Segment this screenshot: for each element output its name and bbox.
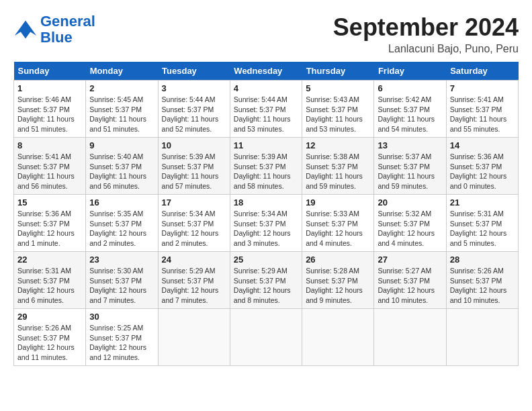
day-info: Sunrise: 5:43 AM Sunset: 5:37 PM Dayligh… (306, 95, 370, 134)
day-info: Sunrise: 5:37 AM Sunset: 5:37 PM Dayligh… (378, 152, 442, 191)
day-info: Sunrise: 5:28 AM Sunset: 5:37 PM Dayligh… (306, 266, 370, 306)
calendar-cell: 6 Sunrise: 5:42 AM Sunset: 5:37 PM Dayli… (374, 81, 446, 138)
calendar-cell (446, 309, 518, 366)
day-info: Sunrise: 5:40 AM Sunset: 5:37 PM Dayligh… (89, 152, 154, 191)
calendar-cell: 29 Sunrise: 5:26 AM Sunset: 5:37 PM Dayl… (14, 309, 86, 366)
day-number: 16 (89, 197, 154, 208)
calendar-cell: 19 Sunrise: 5:33 AM Sunset: 5:37 PM Dayl… (302, 195, 374, 252)
day-number: 29 (17, 312, 82, 322)
day-number: 17 (162, 197, 226, 208)
col-saturday: Saturday (446, 62, 518, 81)
day-info: Sunrise: 5:41 AM Sunset: 5:37 PM Dayligh… (17, 152, 82, 191)
col-monday: Monday (86, 62, 158, 81)
week-row-2: 8 Sunrise: 5:41 AM Sunset: 5:37 PM Dayli… (14, 138, 519, 195)
month-title: September 2024 (333, 13, 519, 42)
col-thursday: Thursday (302, 62, 374, 81)
day-info: Sunrise: 5:41 AM Sunset: 5:37 PM Dayligh… (450, 95, 515, 134)
logo: GeneralBlue (13, 13, 95, 46)
day-number: 8 (17, 140, 82, 150)
week-row-1: 1 Sunrise: 5:46 AM Sunset: 5:37 PM Dayli… (14, 81, 519, 138)
location: Lanlacuni Bajo, Puno, Peru (333, 43, 519, 55)
day-info: Sunrise: 5:27 AM Sunset: 5:37 PM Dayligh… (378, 266, 442, 306)
calendar-cell: 23 Sunrise: 5:30 AM Sunset: 5:37 PM Dayl… (86, 252, 158, 309)
day-number: 15 (17, 197, 82, 208)
logo-text: GeneralBlue (40, 13, 95, 46)
day-number: 5 (306, 83, 370, 93)
day-number: 27 (378, 255, 442, 265)
calendar-cell: 27 Sunrise: 5:27 AM Sunset: 5:37 PM Dayl… (374, 252, 446, 309)
day-info: Sunrise: 5:44 AM Sunset: 5:37 PM Dayligh… (162, 95, 226, 134)
calendar-cell: 10 Sunrise: 5:39 AM Sunset: 5:37 PM Dayl… (158, 138, 230, 195)
calendar-cell: 15 Sunrise: 5:36 AM Sunset: 5:37 PM Dayl… (14, 195, 86, 252)
day-info: Sunrise: 5:39 AM Sunset: 5:37 PM Dayligh… (234, 152, 298, 191)
calendar-table: Sunday Monday Tuesday Wednesday Thursday… (13, 62, 519, 366)
col-friday: Friday (374, 62, 446, 81)
day-number: 28 (450, 255, 515, 265)
day-info: Sunrise: 5:38 AM Sunset: 5:37 PM Dayligh… (306, 152, 370, 191)
week-row-3: 15 Sunrise: 5:36 AM Sunset: 5:37 PM Dayl… (14, 195, 519, 252)
day-info: Sunrise: 5:29 AM Sunset: 5:37 PM Dayligh… (162, 266, 226, 306)
calendar-cell: 2 Sunrise: 5:45 AM Sunset: 5:37 PM Dayli… (86, 81, 158, 138)
day-info: Sunrise: 5:35 AM Sunset: 5:37 PM Dayligh… (89, 209, 154, 248)
calendar-cell: 24 Sunrise: 5:29 AM Sunset: 5:37 PM Dayl… (158, 252, 230, 309)
week-row-5: 29 Sunrise: 5:26 AM Sunset: 5:37 PM Dayl… (14, 309, 519, 366)
day-number: 18 (234, 197, 298, 208)
calendar-cell (302, 309, 374, 366)
calendar-cell: 30 Sunrise: 5:25 AM Sunset: 5:37 PM Dayl… (86, 309, 158, 366)
day-number: 24 (162, 255, 226, 265)
day-info: Sunrise: 5:34 AM Sunset: 5:37 PM Dayligh… (234, 209, 298, 248)
day-number: 20 (378, 197, 442, 208)
day-info: Sunrise: 5:31 AM Sunset: 5:37 PM Dayligh… (17, 266, 82, 306)
day-info: Sunrise: 5:31 AM Sunset: 5:37 PM Dayligh… (450, 209, 515, 248)
week-row-4: 22 Sunrise: 5:31 AM Sunset: 5:37 PM Dayl… (14, 252, 519, 309)
day-number: 26 (306, 255, 370, 265)
day-number: 13 (378, 140, 442, 150)
calendar-cell: 20 Sunrise: 5:32 AM Sunset: 5:37 PM Dayl… (374, 195, 446, 252)
day-info: Sunrise: 5:44 AM Sunset: 5:37 PM Dayligh… (234, 95, 298, 134)
calendar-cell: 5 Sunrise: 5:43 AM Sunset: 5:37 PM Dayli… (302, 81, 374, 138)
calendar-cell: 21 Sunrise: 5:31 AM Sunset: 5:37 PM Dayl… (446, 195, 518, 252)
calendar-cell: 13 Sunrise: 5:37 AM Sunset: 5:37 PM Dayl… (374, 138, 446, 195)
day-info: Sunrise: 5:30 AM Sunset: 5:37 PM Dayligh… (89, 266, 154, 306)
day-info: Sunrise: 5:39 AM Sunset: 5:37 PM Dayligh… (162, 152, 226, 191)
day-number: 10 (162, 140, 226, 150)
day-number: 19 (306, 197, 370, 208)
calendar-cell: 9 Sunrise: 5:40 AM Sunset: 5:37 PM Dayli… (86, 138, 158, 195)
calendar-cell: 3 Sunrise: 5:44 AM Sunset: 5:37 PM Dayli… (158, 81, 230, 138)
day-info: Sunrise: 5:26 AM Sunset: 5:37 PM Dayligh… (17, 323, 82, 363)
calendar-cell: 28 Sunrise: 5:26 AM Sunset: 5:37 PM Dayl… (446, 252, 518, 309)
day-number: 12 (306, 140, 370, 150)
calendar-cell: 26 Sunrise: 5:28 AM Sunset: 5:37 PM Dayl… (302, 252, 374, 309)
day-info: Sunrise: 5:25 AM Sunset: 5:37 PM Dayligh… (89, 323, 154, 363)
calendar-cell: 11 Sunrise: 5:39 AM Sunset: 5:37 PM Dayl… (230, 138, 302, 195)
page-header: GeneralBlue September 2024 Lanlacuni Baj… (13, 13, 519, 55)
day-info: Sunrise: 5:33 AM Sunset: 5:37 PM Dayligh… (306, 209, 370, 248)
day-info: Sunrise: 5:42 AM Sunset: 5:37 PM Dayligh… (378, 95, 442, 134)
day-number: 30 (89, 312, 154, 322)
col-sunday: Sunday (14, 62, 86, 81)
day-info: Sunrise: 5:29 AM Sunset: 5:37 PM Dayligh… (234, 266, 298, 306)
day-number: 23 (89, 255, 154, 265)
day-info: Sunrise: 5:34 AM Sunset: 5:37 PM Dayligh… (162, 209, 226, 248)
calendar-header-row: Sunday Monday Tuesday Wednesday Thursday… (14, 62, 519, 81)
day-number: 6 (378, 83, 442, 93)
day-number: 22 (17, 255, 82, 265)
calendar-cell: 4 Sunrise: 5:44 AM Sunset: 5:37 PM Dayli… (230, 81, 302, 138)
title-block: September 2024 Lanlacuni Bajo, Puno, Per… (333, 13, 519, 55)
calendar-cell: 7 Sunrise: 5:41 AM Sunset: 5:37 PM Dayli… (446, 81, 518, 138)
calendar-cell: 14 Sunrise: 5:36 AM Sunset: 5:37 PM Dayl… (446, 138, 518, 195)
calendar-cell: 17 Sunrise: 5:34 AM Sunset: 5:37 PM Dayl… (158, 195, 230, 252)
calendar-cell (230, 309, 302, 366)
calendar-cell: 12 Sunrise: 5:38 AM Sunset: 5:37 PM Dayl… (302, 138, 374, 195)
logo-bird-icon (13, 17, 38, 42)
col-wednesday: Wednesday (230, 62, 302, 81)
calendar-cell (158, 309, 230, 366)
day-number: 2 (89, 83, 154, 93)
day-number: 1 (17, 83, 82, 93)
day-info: Sunrise: 5:46 AM Sunset: 5:37 PM Dayligh… (17, 95, 82, 134)
day-number: 25 (234, 255, 298, 265)
day-number: 4 (234, 83, 298, 93)
day-number: 7 (450, 83, 515, 93)
day-number: 14 (450, 140, 515, 150)
calendar-cell: 25 Sunrise: 5:29 AM Sunset: 5:37 PM Dayl… (230, 252, 302, 309)
